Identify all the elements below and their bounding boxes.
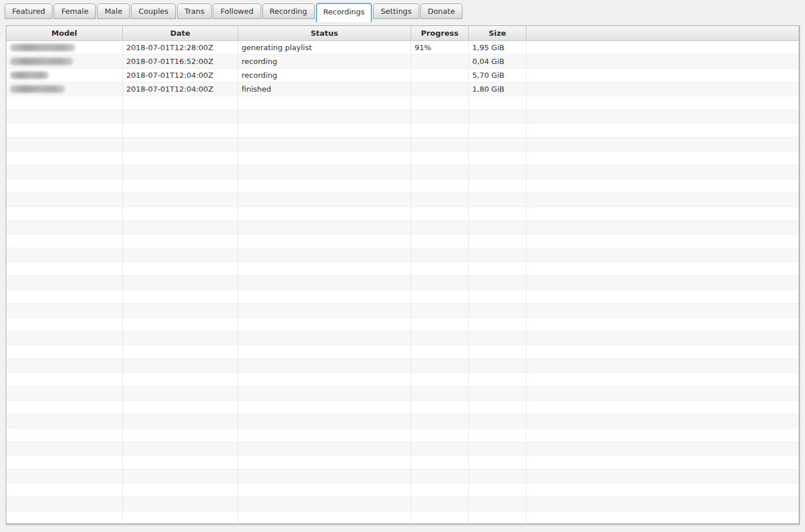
- cell-model: [6, 69, 123, 82]
- cell-progress: [411, 69, 469, 82]
- tab-recording[interactable]: Recording: [262, 3, 315, 19]
- cell-model: [6, 55, 123, 69]
- cell-filler: [526, 69, 799, 82]
- cell-filler: [526, 82, 799, 96]
- redacted-model-blur: [10, 71, 49, 79]
- cell-date: 2018-07-01T12:04:00Z: [123, 69, 238, 82]
- cell-size: 5,70 GiB: [469, 69, 526, 82]
- tab-label: Male: [104, 7, 122, 16]
- table-body: 2018-07-01T12:28:00Z generating playlist…: [6, 41, 799, 523]
- column-gridline: [238, 41, 238, 523]
- tab-featured[interactable]: Featured: [5, 3, 52, 19]
- column-header-size[interactable]: Size: [469, 26, 526, 40]
- cell-date: 2018-07-01T16:52:00Z: [123, 55, 238, 69]
- cell-size: 1,95 GiB: [469, 41, 526, 55]
- tab-followed[interactable]: Followed: [213, 3, 261, 19]
- cell-model: [6, 82, 123, 96]
- tab-label: Donate: [428, 7, 455, 16]
- tab-label: Recording: [270, 7, 307, 16]
- tab-recordings[interactable]: Recordings: [316, 3, 373, 22]
- column-header-model[interactable]: Model: [6, 26, 123, 40]
- tab-bar: Featured Female Male Couples Trans Follo…: [5, 3, 464, 19]
- table-row[interactable]: 2018-07-01T12:04:00Z recording 5,70 GiB: [6, 69, 799, 82]
- tab-female[interactable]: Female: [54, 3, 96, 19]
- recordings-table: ModelDateStatusProgressSize 2018-07-01T1…: [6, 25, 800, 525]
- column-header-date[interactable]: Date: [123, 26, 238, 40]
- tab-male[interactable]: Male: [97, 3, 130, 19]
- table-row[interactable]: 2018-07-01T12:28:00Z generating playlist…: [6, 41, 799, 55]
- tab-label: Couples: [138, 7, 168, 16]
- cell-filler: [526, 55, 799, 69]
- redacted-model-blur: [10, 44, 76, 51]
- redacted-model-blur: [10, 85, 65, 93]
- cell-status: recording: [238, 69, 411, 82]
- column-gridline: [468, 41, 469, 523]
- table-row[interactable]: 2018-07-01T16:52:00Z recording 0,04 GiB: [6, 55, 799, 69]
- tab-label: Featured: [12, 7, 45, 16]
- tab-label: Settings: [381, 7, 411, 16]
- table-header: ModelDateStatusProgressSize: [6, 26, 799, 41]
- empty-rows-striping: [6, 41, 799, 511]
- cell-status: generating playlist: [238, 41, 411, 55]
- cell-date: 2018-07-01T12:04:00Z: [123, 82, 238, 96]
- table-row[interactable]: 2018-07-01T12:04:00Z finished 1,80 GiB: [6, 82, 799, 96]
- tab-label: Female: [61, 7, 88, 16]
- cell-date: 2018-07-01T12:28:00Z: [123, 41, 238, 55]
- cell-progress: [411, 82, 469, 96]
- cell-size: 0,04 GiB: [469, 55, 526, 69]
- cell-model: [6, 41, 123, 55]
- tab-label: Followed: [220, 7, 253, 16]
- column-header-status[interactable]: Status: [238, 26, 411, 40]
- cell-filler: [526, 41, 799, 55]
- tab-trans[interactable]: Trans: [177, 3, 212, 19]
- tab-couples[interactable]: Couples: [131, 3, 176, 19]
- cell-status: recording: [238, 55, 411, 69]
- cell-size: 1,80 GiB: [469, 82, 526, 96]
- redacted-model-blur: [10, 58, 73, 65]
- tab-donate[interactable]: Donate: [420, 3, 462, 19]
- table-rows: 2018-07-01T12:28:00Z generating playlist…: [6, 41, 799, 96]
- column-header-progress[interactable]: Progress: [411, 26, 469, 40]
- column-gridline: [122, 41, 123, 523]
- column-gridline: [411, 41, 411, 523]
- app-window: Featured Female Male Couples Trans Follo…: [0, 0, 805, 532]
- tab-settings[interactable]: Settings: [373, 3, 419, 19]
- tab-label: Recordings: [323, 7, 365, 16]
- column-gridline: [526, 41, 526, 523]
- cell-progress: [411, 55, 469, 69]
- cell-status: finished: [238, 82, 411, 96]
- column-header-filler[interactable]: [526, 26, 799, 40]
- tab-label: Trans: [185, 7, 204, 16]
- cell-progress: 91%: [411, 41, 469, 55]
